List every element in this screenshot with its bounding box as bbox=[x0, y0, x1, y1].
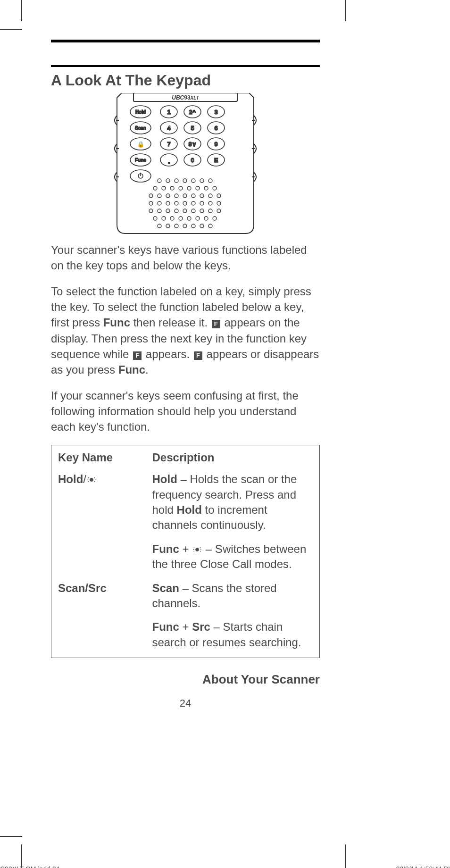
svg-text:3: 3 bbox=[214, 108, 217, 116]
svg-text:Pgm: Pgm bbox=[219, 165, 227, 169]
text: appears. bbox=[142, 348, 193, 360]
cell-description: Scan – Scans the stored channels. bbox=[146, 577, 320, 616]
keypad-illustration: UBC93XLT Hold 1 2^ 3 Pri Svc Scan 4 5 6 … bbox=[108, 93, 263, 234]
text: then release it. bbox=[130, 316, 211, 329]
svg-text:7: 7 bbox=[167, 141, 170, 148]
svg-text:UBC93XLT: UBC93XLT bbox=[172, 94, 199, 101]
horizontal-rule-thick bbox=[51, 40, 320, 42]
svg-text:L/O: L/O bbox=[195, 165, 201, 169]
svg-text:Func: Func bbox=[135, 158, 146, 163]
header-key-name: Key Name bbox=[51, 445, 146, 468]
intro-paragraph-3: If your scanner's keys seem confusing at… bbox=[51, 388, 320, 434]
cell-key-name: Hold/ bbox=[51, 468, 146, 538]
cell-description: Hold – Holds the scan or the frequency s… bbox=[146, 468, 320, 538]
key-name-bold: Scan/Src bbox=[58, 582, 107, 594]
svg-text:1: 1 bbox=[167, 108, 170, 116]
f-indicator-icon: F bbox=[212, 320, 220, 328]
intro-paragraph-1: Your scanner's keys have various functio… bbox=[51, 242, 320, 273]
table-row: Scan/Src Scan – Scans the stored channel… bbox=[51, 577, 320, 616]
desc-bold: Hold bbox=[152, 473, 177, 485]
desc-bold: Func bbox=[152, 542, 179, 555]
close-call-icon bbox=[192, 545, 202, 554]
svg-text:Pri: Pri bbox=[166, 117, 170, 121]
key-name-suffix: / bbox=[83, 473, 86, 485]
svg-text:Src: Src bbox=[142, 133, 148, 137]
key-name-bold: Hold bbox=[58, 473, 83, 485]
cell-description: Func + Src – Starts chain search or resu… bbox=[146, 616, 320, 658]
f-indicator-icon: F bbox=[194, 351, 202, 360]
svg-text:🔒: 🔒 bbox=[137, 141, 144, 148]
func-label: Func bbox=[118, 363, 145, 376]
svg-text:E: E bbox=[214, 157, 218, 164]
crop-mark bbox=[21, 0, 22, 21]
crop-mark bbox=[345, 844, 346, 868]
running-footer: About Your Scanner bbox=[51, 672, 320, 687]
table-row: Func + Src – Starts chain search or resu… bbox=[51, 616, 320, 658]
f-indicator-icon: F bbox=[133, 351, 142, 360]
svg-text:PSrc: PSrc bbox=[219, 133, 227, 137]
table-row: Hold/ Hold – Holds the scan or the frequ… bbox=[51, 468, 320, 538]
horizontal-rule-thin bbox=[51, 65, 320, 67]
text: . bbox=[145, 363, 149, 376]
crop-mark bbox=[345, 0, 346, 21]
svg-point-110 bbox=[196, 548, 199, 551]
svg-text:4: 4 bbox=[167, 125, 171, 132]
svg-text:.: . bbox=[167, 156, 170, 166]
page-number: 24 bbox=[51, 697, 320, 709]
close-call-icon bbox=[87, 476, 96, 484]
desc-bold: Hold bbox=[177, 503, 202, 516]
cell-key-name: Scan/Src bbox=[51, 577, 146, 616]
svg-text:Dly: Dly bbox=[195, 133, 201, 137]
svg-text:2^: 2^ bbox=[189, 108, 196, 116]
cell-description: Func + – Switches between the three Clos… bbox=[146, 538, 320, 577]
svg-text:Scan: Scan bbox=[135, 125, 146, 131]
func-label: Func bbox=[103, 316, 130, 329]
svg-text:Clr: Clr bbox=[171, 165, 176, 169]
crop-mark bbox=[21, 844, 22, 868]
desc-text: + bbox=[179, 620, 192, 633]
intro-paragraph-2: To select the function labeled on a key,… bbox=[51, 284, 320, 377]
svg-text:5: 5 bbox=[191, 125, 194, 132]
crop-mark bbox=[0, 836, 22, 837]
svg-text:8∨: 8∨ bbox=[188, 141, 196, 148]
crop-mark bbox=[0, 29, 22, 30]
key-function-table: Key Name Description Hold/ Hold – Holds … bbox=[51, 445, 320, 658]
section-heading: A Look At The Keypad bbox=[51, 72, 320, 89]
table-header-row: Key Name Description bbox=[51, 445, 320, 468]
svg-text:0: 0 bbox=[191, 157, 194, 164]
desc-bold: Scan bbox=[152, 582, 179, 594]
slug-timestamp: 23/9/11 1:58:44 PI bbox=[396, 865, 450, 868]
svg-text:9: 9 bbox=[214, 141, 217, 148]
table-row: Func + – Switches between the three Clos… bbox=[51, 538, 320, 577]
svg-text:Hold: Hold bbox=[135, 109, 146, 115]
svg-text:Svc: Svc bbox=[218, 117, 225, 121]
slug-filename: C93XLT OM.indd 24 bbox=[0, 865, 59, 868]
svg-text:6: 6 bbox=[214, 125, 217, 132]
header-description: Description bbox=[146, 445, 320, 468]
desc-bold: Func bbox=[152, 620, 179, 633]
desc-bold: Src bbox=[192, 620, 210, 633]
desc-text: + bbox=[179, 542, 192, 555]
